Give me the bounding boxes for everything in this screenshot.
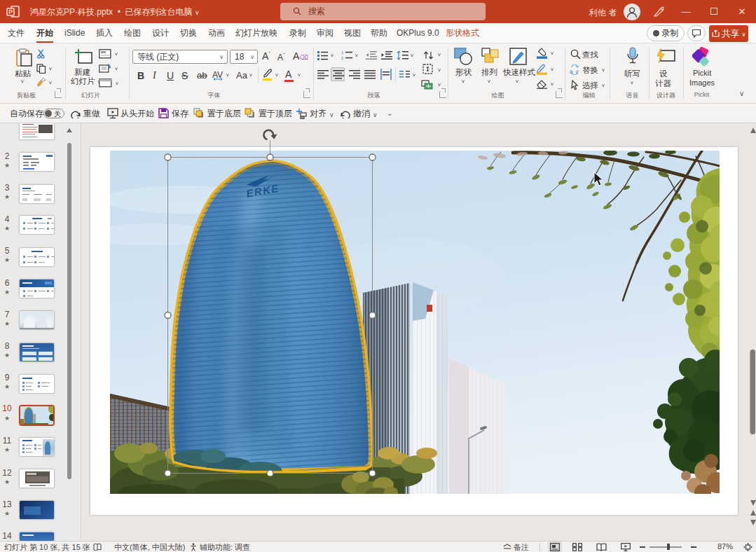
svg-text:c: c — [576, 69, 579, 75]
svg-text:2: 2 — [341, 56, 343, 60]
svg-text:b: b — [570, 69, 573, 75]
svg-text:P: P — [8, 8, 13, 15]
svg-text:1: 1 — [341, 50, 343, 55]
